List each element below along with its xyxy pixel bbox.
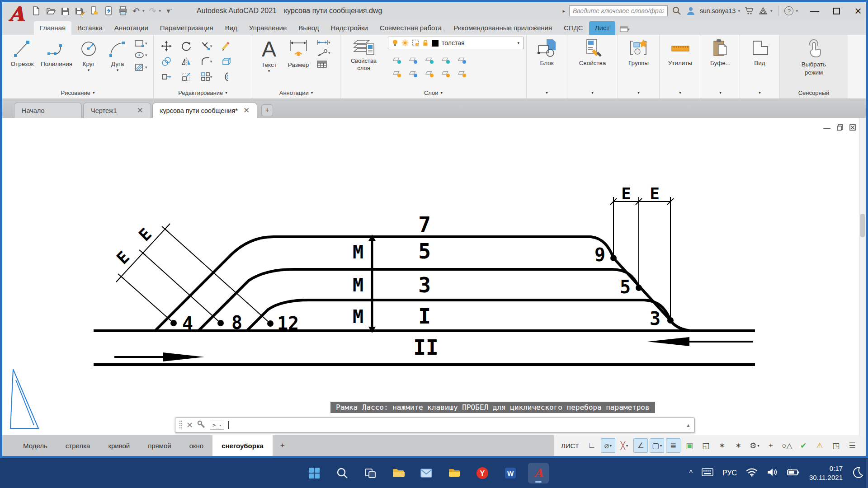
panel-expand-icon[interactable]: ▾ xyxy=(93,90,95,95)
panel-expand-icon[interactable]: ▾ xyxy=(546,90,548,95)
lineweight-display-icon[interactable]: ≣▾ xyxy=(666,438,680,453)
rectangle-dropdown-icon[interactable]: ▾ xyxy=(145,41,147,46)
close-tab-icon[interactable]: ✕ xyxy=(137,106,143,115)
customize-plus-icon[interactable]: +▾ xyxy=(764,438,778,453)
arc-dropdown-icon[interactable]: ▾ xyxy=(117,68,119,72)
track-5-label[interactable]: 5 xyxy=(418,239,431,263)
task-view-icon[interactable] xyxy=(360,463,381,483)
panel-expand-icon[interactable]: ▾ xyxy=(637,90,640,95)
customize-qat-icon[interactable]: ▼̄ xyxy=(165,8,171,14)
battery-icon[interactable] xyxy=(787,468,800,478)
graphics-performance-icon[interactable]: ✔▾ xyxy=(796,438,811,453)
track-7-label[interactable]: 7 xyxy=(418,212,431,237)
autocad-taskbar-icon[interactable]: A xyxy=(528,463,549,483)
leader-tool[interactable]: ▾ xyxy=(316,49,330,56)
app-menu-icon[interactable]: ☰▾ xyxy=(845,438,859,453)
layer-tool-icon[interactable]: ▱ xyxy=(393,54,400,63)
layer-tool-icon[interactable]: ▱ xyxy=(458,68,465,76)
autodesk-apps-icon[interactable] xyxy=(758,6,768,16)
properties-button[interactable]: Свойства xyxy=(576,37,610,66)
layer-tool-icon[interactable]: ▱ xyxy=(409,68,416,76)
save-icon[interactable] xyxy=(60,6,70,16)
text-dropdown-icon[interactable]: ▾ xyxy=(268,69,270,73)
switch-5-label[interactable]: 5 xyxy=(620,277,631,297)
rotate-tool[interactable] xyxy=(181,41,192,52)
tab-vyvod[interactable]: Вывод xyxy=(292,21,325,35)
polyline-tool[interactable]: Полилиния xyxy=(39,37,74,67)
yandex-browser-icon[interactable]: Y xyxy=(472,463,493,483)
search-input[interactable] xyxy=(569,5,668,16)
layout-tab-strelka[interactable]: стрелка xyxy=(57,435,99,456)
drawing-canvas[interactable]: — xyxy=(2,118,866,435)
array-dropdown-icon[interactable]: ▾ xyxy=(210,75,212,79)
autocad-app-menu-logo[interactable]: A xyxy=(6,3,27,26)
undo-dropdown-icon[interactable]: ▾ xyxy=(142,9,145,13)
line-tool[interactable]: Отрезок xyxy=(5,37,39,67)
save-as-icon[interactable] xyxy=(75,6,85,16)
layer-tool-icon[interactable]: ▱ xyxy=(393,68,400,76)
panel-expand-icon[interactable]: ▾ xyxy=(311,90,313,95)
object-snap-tracking-icon[interactable]: ∠▾ xyxy=(633,438,648,453)
workspace-gear-icon[interactable]: ⚙▾ xyxy=(747,438,762,453)
track-3-label[interactable]: 3 xyxy=(418,273,431,297)
block-button[interactable]: Блок xyxy=(530,37,564,66)
fillet-dropdown-icon[interactable]: ▾ xyxy=(210,59,212,64)
stretch-tool[interactable] xyxy=(161,71,172,82)
dim-E-right-1[interactable]: Е xyxy=(621,184,631,203)
rectangle-tool[interactable]: ▾ xyxy=(134,39,147,47)
taskbar-search-icon[interactable] xyxy=(332,463,353,483)
direction-arrow-right[interactable] xyxy=(114,352,204,361)
file-tab-chertezh1[interactable]: Чертеж1 ✕ xyxy=(83,103,151,118)
tab-spds[interactable]: СПДС xyxy=(558,21,589,35)
close-tab-icon[interactable]: ✕ xyxy=(243,106,250,115)
layer-selector[interactable]: толстая ▾ xyxy=(388,37,524,49)
move-tool[interactable] xyxy=(161,41,172,52)
trim-dropdown-icon[interactable]: ▾ xyxy=(210,44,212,48)
file-tab-kursova[interactable]: курсова пути сообщения* ✕ xyxy=(152,103,257,118)
search-icon[interactable] xyxy=(672,6,682,16)
circle-tool[interactable]: Круг ▾ xyxy=(74,37,104,72)
layer-tool-icon[interactable]: ▱ xyxy=(425,54,432,63)
start-button[interactable] xyxy=(304,463,325,483)
close-button[interactable]: × xyxy=(853,6,863,16)
layout-tab-pryamoy[interactable]: прямой xyxy=(139,435,180,456)
erase-tool[interactable] xyxy=(221,41,231,52)
railway-schematic[interactable]: 7 5 3 I II М М М 4 8 12 9 5 3 Е Е Е xyxy=(2,118,863,435)
space-mode-label[interactable]: ЛИСТ xyxy=(561,442,579,450)
ellipse-tool[interactable]: ▾ xyxy=(134,51,147,59)
annotation-monitor-icon[interactable]: ✶▾ xyxy=(731,438,745,453)
dim-E-left-1[interactable]: Е xyxy=(113,248,133,267)
print-icon[interactable] xyxy=(118,6,128,16)
annotation-visibility-icon[interactable]: ◱▾ xyxy=(698,438,713,453)
dim-E-left-2[interactable]: Е xyxy=(135,225,155,244)
apps-dropdown-icon[interactable]: ▾ xyxy=(770,9,773,13)
mast-label-2[interactable]: М xyxy=(353,275,363,296)
redo-icon[interactable]: ↷ xyxy=(149,7,156,15)
app-store-cart-icon[interactable] xyxy=(744,6,754,16)
panel-expand-icon[interactable]: ▾ xyxy=(679,90,681,95)
hatch-tool[interactable]: ▾ xyxy=(134,63,147,72)
file-explorer-icon[interactable] xyxy=(444,463,465,483)
tab-sovmestnaya-rabota[interactable]: Совместная работа xyxy=(374,21,448,35)
user-avatar-icon[interactable] xyxy=(686,6,696,16)
vertical-scrollbar[interactable] xyxy=(859,118,866,435)
layer-dropdown-icon[interactable]: ▾ xyxy=(517,41,519,45)
save-to-mobile-icon[interactable] xyxy=(89,6,99,16)
dim-dropdown-icon[interactable]: ▾ xyxy=(328,40,330,45)
tab-list[interactable]: Лист xyxy=(589,21,616,35)
command-customize-wrench-icon[interactable] xyxy=(197,420,206,431)
taskbar-clock[interactable]: 0:17 30.11.2021 xyxy=(809,464,843,483)
mail-icon[interactable] xyxy=(416,463,437,483)
help-dropdown-icon[interactable]: ▾ xyxy=(796,9,798,13)
panel-expand-icon[interactable]: ▾ xyxy=(719,90,722,95)
circle-dropdown-icon[interactable]: ▾ xyxy=(88,68,90,72)
touch-keyboard-icon[interactable] xyxy=(702,468,713,478)
scrollbar-thumb[interactable] xyxy=(860,214,865,237)
new-layout-button[interactable]: + xyxy=(277,440,288,451)
layer-tool-icon[interactable]: ▱ xyxy=(442,68,448,76)
right-dimension-lines[interactable] xyxy=(610,197,674,320)
isolate-objects-icon[interactable]: ○△▾ xyxy=(780,438,794,453)
offset-tool[interactable] xyxy=(221,71,231,82)
open-file-icon[interactable] xyxy=(46,6,56,16)
panel-label-edit[interactable]: Редактирование ▾ xyxy=(154,87,252,99)
